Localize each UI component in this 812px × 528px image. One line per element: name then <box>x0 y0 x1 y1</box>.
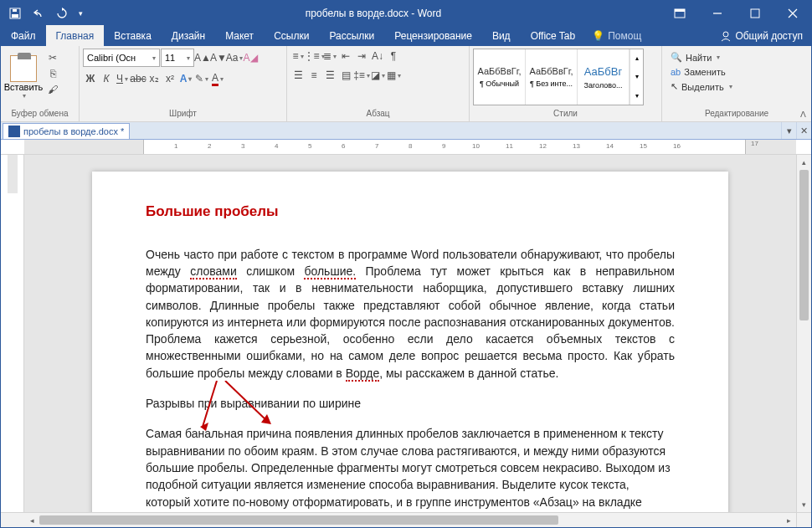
doc-heading: Большие пробелы <box>146 202 675 223</box>
borders-icon[interactable]: ▦▾ <box>386 68 401 83</box>
grow-font-icon[interactable]: A▲ <box>195 50 210 65</box>
shading-icon[interactable]: ◪▾ <box>370 68 385 83</box>
shrink-font-icon[interactable]: A▼ <box>211 50 226 65</box>
svg-point-9 <box>723 32 728 37</box>
underline-icon[interactable]: Ч▾ <box>115 71 130 86</box>
find-button[interactable]: 🔍Найти▾ <box>667 50 736 64</box>
group-font: Шрифт <box>83 109 283 121</box>
decrease-indent-icon[interactable]: ⇤ <box>338 49 353 64</box>
show-marks-icon[interactable]: ¶ <box>386 49 401 64</box>
styles-more-icon[interactable]: ▾ <box>630 87 643 105</box>
scroll-left-icon[interactable]: ◂ <box>24 513 39 527</box>
select-button[interactable]: ↖Выделить▾ <box>667 79 736 94</box>
font-size-combo[interactable]: 11▾ <box>161 49 194 67</box>
vertical-ruler[interactable] <box>1 155 24 512</box>
cut-icon[interactable]: ✂ <box>45 50 60 65</box>
group-paragraph: Абзац <box>290 109 465 121</box>
save-icon[interactable] <box>4 1 26 25</box>
redo-icon[interactable] <box>51 1 73 25</box>
change-case-icon[interactable]: Aa▾ <box>227 50 242 65</box>
style-normal[interactable]: АаБбВвГг,¶ Обычный <box>474 49 526 105</box>
paste-button[interactable]: Вставить ▾ <box>4 49 43 105</box>
align-right-icon[interactable]: ☰ <box>322 68 337 83</box>
bold-icon[interactable]: Ж <box>83 71 98 86</box>
subscript-icon[interactable]: x₂ <box>146 71 162 86</box>
sort-icon[interactable]: A↓ <box>370 49 385 64</box>
styles-down-icon[interactable]: ▾ <box>630 68 643 85</box>
styles-gallery[interactable]: АаБбВвГг,¶ Обычный АаБбВвГг,¶ Без инте..… <box>473 49 644 105</box>
superscript-icon[interactable]: x² <box>162 71 177 86</box>
scroll-thumb-h[interactable] <box>39 515 558 525</box>
share-button[interactable]: Общий доступ <box>712 25 811 46</box>
tab-insert[interactable]: Вставка <box>104 25 162 46</box>
multilevel-icon[interactable]: ≣▾ <box>322 49 337 64</box>
scroll-thumb[interactable] <box>799 170 809 320</box>
strike-icon[interactable]: abc <box>131 71 146 86</box>
tab-close-icon[interactable]: ✕ <box>796 122 811 139</box>
group-clipboard: Буфер обмена <box>4 109 75 121</box>
document-tab[interactable]: пробелы в ворде.docx * <box>3 123 130 139</box>
scroll-right-icon[interactable]: ▸ <box>781 513 796 527</box>
undo-icon[interactable] <box>28 1 49 25</box>
tab-design[interactable]: Дизайн <box>162 25 215 46</box>
italic-icon[interactable]: К <box>99 71 114 86</box>
find-icon: 🔍 <box>671 52 682 63</box>
style-nospacing[interactable]: АаБбВвГг,¶ Без инте... <box>526 49 578 105</box>
horizontal-scrollbar[interactable]: ◂ ▸ <box>24 512 796 527</box>
format-painter-icon[interactable]: 🖌 <box>45 82 60 97</box>
styles-up-icon[interactable]: ▴ <box>630 49 643 67</box>
tab-dropdown-icon[interactable]: ▾ <box>781 122 796 139</box>
tab-home[interactable]: Главная <box>46 25 105 46</box>
window-title: пробелы в ворде.docx - Word <box>86 8 660 19</box>
svg-rect-2 <box>13 9 17 12</box>
svg-rect-1 <box>12 14 18 18</box>
font-color-icon[interactable]: A▾ <box>210 71 225 86</box>
document-area[interactable]: Большие пробелы Очень часто при работе с… <box>24 155 796 512</box>
highlight-icon[interactable]: ✎▾ <box>194 71 209 86</box>
tab-file[interactable]: Файл <box>1 25 46 46</box>
copy-icon[interactable]: ⎘ <box>45 66 60 81</box>
replace-button[interactable]: abЗаменить <box>667 65 736 79</box>
tab-review[interactable]: Рецензирование <box>384 25 482 46</box>
align-center-icon[interactable]: ≡ <box>306 68 321 83</box>
scroll-down-icon[interactable]: ▾ <box>797 497 811 512</box>
align-left-icon[interactable]: ☰ <box>290 68 306 83</box>
numbering-icon[interactable]: ⋮≡▾ <box>306 49 321 64</box>
doc-paragraph: Самая банальная причина появления длинны… <box>146 425 675 512</box>
word-doc-icon <box>8 126 20 137</box>
horizontal-ruler[interactable]: 12345678910111213141516 17 <box>1 140 811 155</box>
doc-paragraph: Разрывы при выравнивании по ширине <box>146 395 675 412</box>
justify-icon[interactable]: ▤ <box>338 68 353 83</box>
svg-rect-6 <box>751 9 759 18</box>
tab-layout[interactable]: Макет <box>215 25 264 46</box>
font-name-combo[interactable]: Calibri (Осн▾ <box>83 49 160 67</box>
group-styles: Стили <box>473 109 658 121</box>
tab-view[interactable]: Вид <box>482 25 521 46</box>
tab-officetab[interactable]: Office Tab <box>521 25 586 46</box>
tab-mailings[interactable]: Рассылки <box>319 25 384 46</box>
style-heading1[interactable]: АаБбВгЗаголово... <box>578 49 630 105</box>
tab-references[interactable]: Ссылки <box>264 25 319 46</box>
collapse-ribbon-icon[interactable]: ᐱ <box>796 108 809 120</box>
close-icon[interactable] <box>773 1 811 25</box>
document-page: Большие пробелы Очень часто при работе с… <box>92 172 728 512</box>
increase-indent-icon[interactable]: ⇥ <box>354 49 369 64</box>
line-spacing-icon[interactable]: ‡≡▾ <box>354 68 369 83</box>
qat-customize-icon[interactable]: ▾ <box>75 1 86 25</box>
vertical-scrollbar[interactable]: ▴ ▾ <box>796 155 811 512</box>
clipboard-icon <box>10 55 37 82</box>
select-icon: ↖ <box>671 81 678 92</box>
minimize-icon[interactable] <box>698 1 736 25</box>
scroll-up-icon[interactable]: ▴ <box>797 155 811 170</box>
replace-icon: ab <box>671 67 681 77</box>
clear-format-icon[interactable]: A◢ <box>243 50 258 65</box>
group-editing: Редактирование <box>666 109 808 121</box>
svg-rect-4 <box>675 9 685 12</box>
doc-paragraph: Очень часто при работе с текстом в прогр… <box>146 246 675 382</box>
ribbon-options-icon[interactable] <box>660 1 698 25</box>
text-effects-icon[interactable]: A▾ <box>178 71 193 86</box>
tell-me[interactable]: 💡Помощ <box>585 25 648 46</box>
maximize-icon[interactable] <box>736 1 773 25</box>
